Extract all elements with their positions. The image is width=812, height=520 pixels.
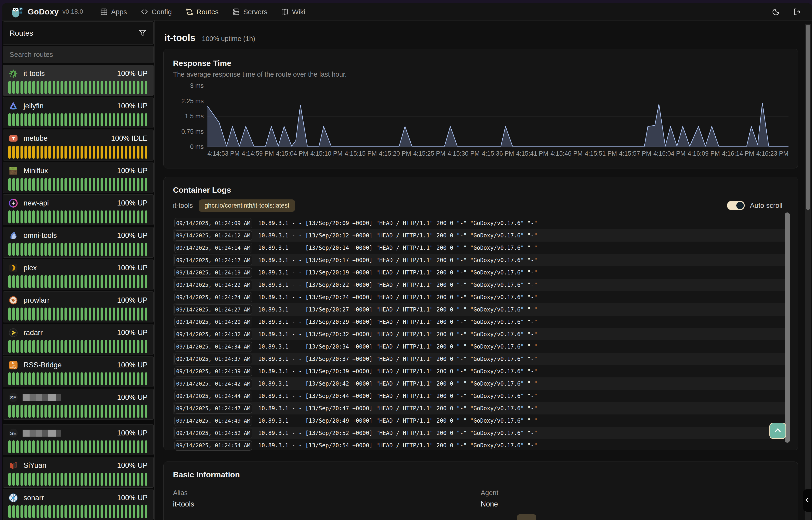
servers-icon: [232, 8, 240, 16]
route-item-sonarr[interactable]: sonarr100% UP: [3, 489, 153, 520]
log-list[interactable]: 09/14/2025, 01:24:09 AM10.89.3.1 - - [13…: [173, 217, 788, 451]
x-tick-label: 4:16:09 PM: [688, 150, 720, 157]
dark-mode-moon-icon[interactable]: [772, 7, 780, 16]
rss-bridge-icon: rssBridge: [8, 360, 19, 370]
routes-list: it-tools100% UPjellyfin100% UPmetube100%…: [2, 65, 155, 520]
log-row: 09/14/2025, 01:24:37 AM10.89.3.1 - - [13…: [173, 353, 788, 365]
chart-x-axis: 4:14:53 PM4:14:59 PM4:15:04 PM4:15:10 PM…: [207, 150, 788, 157]
logs-meta-row: it-tools ghcr.io/corentinth/it-tools:lat…: [173, 199, 788, 212]
log-message: 10.89.3.1 - - [13/Sep/20:49 +0000] "HEAD…: [258, 417, 537, 424]
log-row: 09/14/2025, 01:24:12 AM10.89.3.1 - - [13…: [173, 229, 788, 241]
uptime-bars: [8, 275, 148, 288]
log-message: 10.89.3.1 - - [13/Sep/20:27 +0000] "HEAD…: [258, 306, 537, 313]
route-item-rss-bridge[interactable]: rssBridgeRSS-Bridge100% UP: [3, 356, 153, 387]
logs-scrollbar-thumb[interactable]: [785, 212, 790, 443]
route-item-miniflux[interactable]: Miniflux100% UP: [3, 162, 153, 193]
search-input[interactable]: [9, 51, 147, 58]
x-tick-label: 4:15:25 PM: [413, 150, 445, 157]
brand-name: GoDoxy: [28, 7, 59, 16]
log-row: 09/14/2025, 01:24:32 AM10.89.3.1 - - [13…: [173, 328, 788, 340]
route-status: 100% UP: [117, 393, 148, 401]
x-tick-label: 4:16:14 PM: [722, 150, 754, 157]
route-status: 100% UP: [117, 296, 148, 305]
route-name: omni-tools: [24, 231, 57, 240]
route-item-new-api[interactable]: new-api100% UP: [3, 194, 153, 225]
route-item-siyuan[interactable]: SiYuan100% UP: [3, 457, 153, 488]
x-tick-label: 4:15:15 PM: [344, 150, 377, 157]
nav-items: AppsConfigRoutesServersWiki: [100, 8, 305, 16]
autoscroll-toggle[interactable]: [727, 201, 745, 210]
chevron-left-icon: [804, 496, 812, 504]
brand-version: v0.18.0: [62, 8, 83, 16]
log-message: 10.89.3.1 - - [13/Sep/20:32 +0000] "HEAD…: [258, 331, 537, 338]
svg-text:SE: SE: [10, 395, 17, 400]
log-message: 10.89.3.1 - - [13/Sep/20:42 +0000] "HEAD…: [258, 381, 537, 387]
basic-info-fields: Alias it-tools Agent None: [173, 489, 788, 509]
nav-item-wiki[interactable]: Wiki: [281, 8, 305, 16]
log-message: 10.89.3.1 - - [13/Sep/20:52 +0000] "HEAD…: [258, 430, 537, 436]
uptime-bars: [8, 372, 148, 385]
route-item-metube[interactable]: metube100% IDLE: [3, 130, 153, 160]
godoxy-logo-icon: [10, 5, 24, 19]
nav-item-label: Apps: [111, 8, 127, 16]
log-timestamp: 09/14/2025, 01:24:32 AM: [174, 329, 252, 339]
book-icon: [281, 8, 289, 16]
log-message: 10.89.3.1 - - [13/Sep/20:14 +0000] "HEAD…: [258, 244, 537, 251]
log-message: 10.89.3.1 - - [13/Sep/20:17 +0000] "HEAD…: [258, 257, 537, 263]
chevron-up-icon: [773, 426, 782, 436]
collapse-panel-tab[interactable]: [803, 489, 812, 512]
x-tick-label: 4:15:57 PM: [619, 150, 651, 157]
logout-icon[interactable]: [792, 7, 801, 16]
log-timestamp: 09/14/2025, 01:24:39 AM: [174, 366, 252, 376]
log-message: 10.89.3.1 - - [13/Sep/20:39 +0000] "HEAD…: [258, 368, 537, 374]
x-tick-label: 4:15:20 PM: [379, 150, 411, 157]
log-message: 10.89.3.1 - - [13/Sep/20:37 +0000] "HEAD…: [258, 356, 537, 362]
log-message: 10.89.3.1 - - [13/Sep/20:29 +0000] "HEAD…: [258, 319, 537, 325]
scroll-to-top-button[interactable]: [769, 423, 786, 439]
route-status: 100% UP: [117, 361, 148, 369]
code-icon: [140, 8, 148, 16]
filter-icon[interactable]: [138, 29, 147, 37]
autoscroll-control: Auto scroll: [727, 201, 782, 210]
siyuan-icon: [8, 460, 19, 471]
route-icon: [185, 8, 193, 16]
route-name: Miniflux: [24, 166, 48, 175]
route-item-jellyfin[interactable]: jellyfin100% UP: [3, 97, 153, 128]
redacted-route-name: [23, 394, 61, 401]
nav-item-label: Routes: [196, 8, 219, 16]
route-item-plex[interactable]: plex100% UP: [3, 259, 153, 290]
x-tick-label: 4:15:41 PM: [516, 150, 548, 157]
brand-group[interactable]: GoDoxy v0.18.0: [10, 5, 83, 19]
log-timestamp: 09/14/2025, 01:24:27 AM: [174, 305, 252, 315]
x-tick-label: 4:14:53 PM: [207, 150, 240, 157]
log-message: 10.89.3.1 - - [13/Sep/20:54 +0000] "HEAD…: [258, 442, 537, 449]
log-message: 10.89.3.1 - - [13/Sep/20:34 +0000] "HEAD…: [258, 343, 537, 350]
route-item-prowlarr[interactable]: prowlarr100% UP: [3, 291, 153, 322]
sidebar-header: Routes: [3, 21, 153, 45]
nav-item-routes[interactable]: Routes: [185, 8, 219, 16]
log-timestamp: 09/14/2025, 01:24:47 AM: [174, 403, 252, 414]
main-content: it-tools 100% uptime (1h) Response Time …: [155, 21, 812, 520]
svg-text:Bridge: Bridge: [10, 366, 16, 369]
chart-y-axis: 3 ms2.25 ms1.5 ms0.75 ms0 ms: [173, 86, 207, 147]
route-name: SiYuan: [24, 461, 46, 470]
navbar: GoDoxy v0.18.0 AppsConfigRoutesServersWi…: [2, 3, 812, 21]
nav-item-apps[interactable]: Apps: [100, 8, 127, 16]
container-image-badge: ghcr.io/corentinth/it-tools:latest: [199, 200, 295, 212]
alias-label: Alias: [173, 489, 481, 497]
chart-plot-area: [207, 86, 788, 147]
route-item-redacted[interactable]: SE100% UP: [3, 424, 153, 455]
route-item-it-tools[interactable]: it-tools100% UP: [3, 65, 153, 96]
route-item-omni-tools[interactable]: omni-tools100% UP: [3, 227, 153, 258]
route-item-radarr[interactable]: radarr100% UP: [3, 324, 153, 355]
route-status: 100% UP: [117, 329, 148, 337]
log-message: 10.89.3.1 - - [13/Sep/20:44 +0000] "HEAD…: [258, 393, 537, 399]
app-window: GoDoxy v0.18.0 AppsConfigRoutesServersWi…: [2, 3, 812, 520]
page-scrollbar-thumb[interactable]: [806, 25, 810, 210]
route-item-redacted[interactable]: SE100% UP: [3, 389, 153, 420]
nav-item-config[interactable]: Config: [140, 8, 172, 16]
jellyfin-icon: [8, 101, 19, 111]
sonarr-icon: [8, 493, 19, 503]
nav-item-label: Servers: [243, 8, 267, 16]
nav-item-servers[interactable]: Servers: [232, 8, 267, 16]
